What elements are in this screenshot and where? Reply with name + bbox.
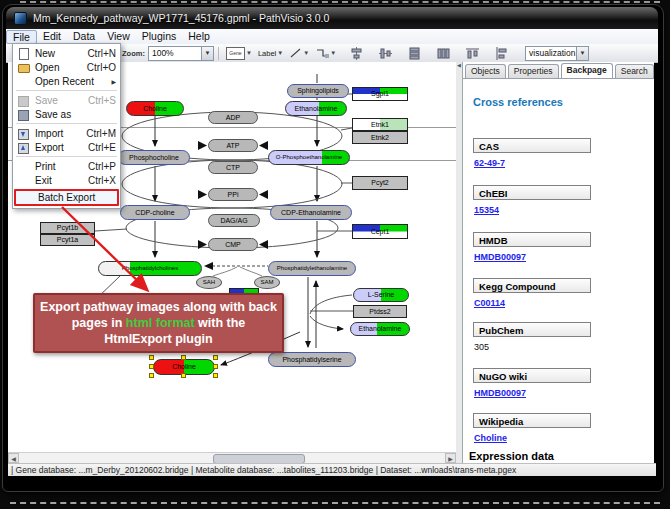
visualization-dropdown-icon[interactable]: ▼ xyxy=(576,47,588,60)
align-left-button[interactable] xyxy=(494,46,509,60)
file-menu-save-as[interactable]: Save as xyxy=(13,107,120,121)
menu-view[interactable]: View xyxy=(101,30,136,43)
file-menu-open-recent[interactable]: Open Recent▶ xyxy=(13,74,120,88)
visualization-combobox[interactable]: visualization ▼ xyxy=(525,46,589,61)
align-left-icon xyxy=(495,47,508,60)
menu-separator xyxy=(16,90,117,91)
save-icon xyxy=(16,95,31,106)
menu-file[interactable]: File xyxy=(6,30,37,44)
top-artifact-line xyxy=(20,1,660,3)
import-icon xyxy=(16,128,31,139)
label-tool-text: Label xyxy=(258,49,276,58)
align-center-y-button[interactable] xyxy=(378,46,393,60)
align-top-icon xyxy=(466,47,479,60)
stack-vertical-button[interactable] xyxy=(407,46,422,60)
tab-search[interactable]: Search xyxy=(615,64,654,78)
file-menu-open[interactable]: OpenCtrl+O xyxy=(13,60,120,74)
toolbar-separator xyxy=(218,47,219,60)
scroll-left-icon[interactable]: ◀ xyxy=(8,453,19,463)
tab-properties[interactable]: Properties xyxy=(508,64,559,78)
file-menu-export[interactable]: ExportCtrl+E xyxy=(13,140,120,154)
file-menu-batch-export[interactable]: Batch Export xyxy=(14,189,119,206)
bottom-artifact-line xyxy=(10,502,660,504)
xref-header-hmdb: HMDB xyxy=(473,232,591,247)
scroll-right-icon[interactable]: ▶ xyxy=(445,453,456,463)
visualization-value: visualization xyxy=(526,48,576,58)
file-menu-new[interactable]: NewCtrl+N xyxy=(13,46,120,60)
stack-vertical-icon xyxy=(408,47,421,60)
zoom-label: Zoom: xyxy=(122,49,145,58)
zoom-dropdown-icon[interactable]: ▼ xyxy=(201,47,213,60)
align-top-button[interactable] xyxy=(465,46,480,60)
menu-edit[interactable]: Edit xyxy=(37,30,67,43)
tab-divider xyxy=(463,78,654,79)
xref-link-cas[interactable]: 62-49-7 xyxy=(474,158,505,168)
menu-data[interactable]: Data xyxy=(67,30,101,43)
connector-icon xyxy=(315,47,329,59)
callout-line-3: HtmlExport plugin xyxy=(35,331,282,347)
new-page-icon xyxy=(16,48,31,59)
add-gene-button[interactable]: Gene ▼ xyxy=(225,46,253,60)
stack-horizontal-button[interactable] xyxy=(436,46,451,60)
xref-header-cas: CAS xyxy=(473,138,591,153)
cross-references-heading: Cross references xyxy=(473,96,563,108)
xref-link-wikipedia[interactable]: Choline xyxy=(474,433,507,443)
xref-link-nugo[interactable]: HMDB00097 xyxy=(474,388,526,398)
file-menu-print[interactable]: PrintCtrl+P xyxy=(13,159,120,173)
title-bar[interactable]: Mm_Kennedy_pathway_WP1771_45176.gpml - P… xyxy=(6,7,658,29)
file-menu: NewCtrl+N OpenCtrl+O Open Recent▶ SaveCt… xyxy=(12,43,121,209)
app-icon xyxy=(14,12,27,25)
menu-separator xyxy=(16,123,117,124)
xref-value-pubchem: 305 xyxy=(474,342,489,352)
align-center-x-icon xyxy=(350,47,363,60)
gene-node-icon: Gene xyxy=(226,47,245,60)
xref-header-wikipedia: Wikipedia xyxy=(473,413,591,428)
tab-objects[interactable]: Objects xyxy=(465,64,506,78)
callout-line-1: Export pathway images along with back xyxy=(35,299,282,315)
menu-plugins[interactable]: Plugins xyxy=(136,30,182,43)
submenu-arrow-icon: ▶ xyxy=(111,78,116,85)
xref-link-chebi[interactable]: 15354 xyxy=(474,205,499,215)
open-folder-icon xyxy=(16,62,31,73)
menu-help[interactable]: Help xyxy=(182,30,216,43)
tab-backpage[interactable]: Backpage xyxy=(561,63,613,79)
callout-highlight: html format xyxy=(126,316,195,330)
line-icon xyxy=(289,47,302,59)
menu-separator xyxy=(16,156,117,157)
save-as-icon xyxy=(16,109,31,120)
file-menu-save[interactable]: SaveCtrl+S xyxy=(13,93,120,107)
status-bar: | Gene database: ...m_Derby_20120602.bri… xyxy=(8,463,656,476)
xref-header-kegg: Kegg Compound xyxy=(473,278,591,293)
annotation-callout: Export pathway images along with back pa… xyxy=(33,293,284,353)
file-menu-import[interactable]: ImportCtrl+M xyxy=(13,126,120,140)
screenshot-root: Mm_Kennedy_pathway_WP1771_45176.gpml - P… xyxy=(0,0,670,509)
zoom-combobox[interactable]: 100% ▼ xyxy=(148,46,214,61)
export-icon xyxy=(16,142,31,153)
connector-tool-button[interactable]: ▼ xyxy=(314,46,337,60)
file-menu-exit[interactable]: ExitCtrl+X xyxy=(13,173,120,187)
zoom-value: 100% xyxy=(149,48,201,58)
align-center-x-button[interactable] xyxy=(349,46,364,60)
side-panel: Objects Properties Backpage Search Legen… xyxy=(462,62,654,463)
side-panel-tabs: Objects Properties Backpage Search Legen… xyxy=(463,64,654,78)
xref-header-nugo: NuGO wiki xyxy=(473,368,591,383)
window-title: Mm_Kennedy_pathway_WP1771_45176.gpml - P… xyxy=(33,12,329,24)
align-center-y-icon xyxy=(379,47,392,60)
xref-link-kegg[interactable]: C00114 xyxy=(474,298,505,308)
callout-line-2: pages in html format with the xyxy=(35,315,282,331)
add-label-button[interactable]: Label ▼ xyxy=(257,46,284,60)
line-tool-button[interactable]: ▼ xyxy=(288,46,310,60)
xref-header-chebi: ChEBI xyxy=(473,185,591,200)
expression-data-heading: Expression data xyxy=(469,450,554,462)
xref-link-hmdb[interactable]: HMDB00097 xyxy=(474,252,526,262)
xref-header-pubchem: PubChem xyxy=(473,322,591,337)
stack-horizontal-icon xyxy=(437,47,450,60)
